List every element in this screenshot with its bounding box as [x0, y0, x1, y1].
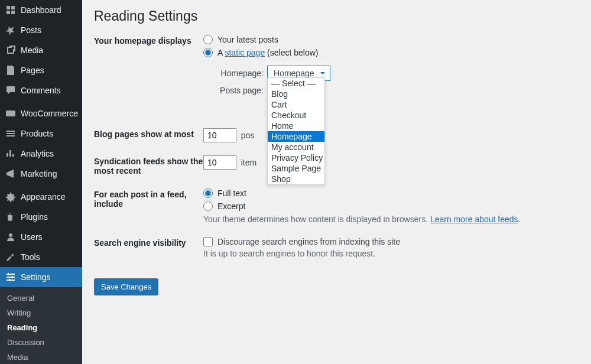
svg-rect-5 — [8, 273, 9, 275]
sidebar-item-marketing[interactable]: Marketing — [0, 164, 82, 184]
full-text-label: Full text — [217, 188, 246, 198]
static-page-link[interactable]: static page — [225, 48, 265, 57]
sidebar-item-label: Comments — [21, 86, 61, 95]
syndication-unit: item — [241, 158, 256, 167]
media-icon — [5, 44, 17, 56]
sidebar-item-label: Products — [21, 129, 53, 138]
dropdown-option[interactable]: Home — [268, 121, 324, 131]
homepage-displays-label: Your homepage displays — [94, 35, 203, 100]
sidebar-item-users[interactable]: Users — [0, 227, 82, 247]
woo-icon — [5, 108, 17, 119]
feed-description: Your theme determines how content is dis… — [203, 214, 579, 224]
appearance-icon — [5, 191, 17, 203]
sidebar-item-label: Analytics — [21, 149, 54, 158]
dropdown-option[interactable]: Homepage — [268, 131, 324, 142]
plugin-icon — [5, 211, 17, 223]
sidebar-item-label: Users — [21, 232, 43, 242]
submenu-item-writing[interactable]: Writing — [0, 306, 82, 320]
sidebar-item-label: Posts — [21, 25, 41, 35]
sidebar-item-comments[interactable]: Comments — [0, 80, 82, 100]
settings-icon — [5, 271, 17, 283]
sidebar-item-label: Plugins — [21, 212, 48, 222]
dropdown-option[interactable]: — Select — — [268, 78, 324, 89]
full-text-radio[interactable] — [203, 188, 213, 198]
dropdown-option[interactable]: Blog — [268, 89, 324, 99]
syndication-input[interactable] — [203, 155, 236, 170]
save-changes-button[interactable]: Save Changes — [94, 278, 158, 295]
sidebar-item-plugins[interactable]: Plugins — [0, 207, 82, 227]
dropdown-option[interactable]: Shop — [268, 174, 324, 184]
dropdown-option[interactable]: Privacy Policy — [268, 152, 324, 163]
comment-icon — [5, 84, 17, 96]
learn-more-feeds-link[interactable]: Learn more about feeds — [430, 214, 518, 224]
sidebar-item-label: Tools — [21, 252, 40, 262]
homepage-select-label: Homepage: — [216, 69, 264, 78]
svg-rect-7 — [9, 279, 10, 281]
sidebar-item-tools[interactable]: Tools — [0, 247, 82, 267]
svg-rect-6 — [12, 276, 13, 278]
static-page-label: A static page (select below) — [217, 48, 318, 57]
sidebar-item-products[interactable]: Products — [0, 124, 82, 144]
sidebar-item-dashboard[interactable]: Dashboard — [0, 0, 82, 20]
latest-posts-radio[interactable] — [203, 35, 213, 44]
sidebar-item-label: Appearance — [21, 192, 66, 202]
page-title: Reading Settings — [94, 8, 579, 24]
analytics-icon — [5, 148, 17, 160]
dropdown-option[interactable]: Checkout — [268, 110, 324, 121]
sidebar-item-appearance[interactable]: Appearance — [0, 187, 82, 207]
discourage-checkbox[interactable] — [203, 237, 213, 246]
sidebar-item-label: Dashboard — [21, 5, 61, 15]
posts-page-select-label: Posts page: — [216, 86, 264, 95]
dropdown-option[interactable]: Sample Page — [268, 163, 324, 174]
svg-point-1 — [9, 233, 12, 237]
sidebar-item-label: Settings — [21, 272, 51, 282]
sidebar-item-label: WooCommerce — [21, 109, 78, 118]
dashboard-icon — [5, 4, 17, 16]
discourage-label: Discourage search engines from indexing … — [217, 237, 400, 246]
tools-icon — [5, 251, 17, 263]
dropdown-option[interactable]: My account — [268, 142, 324, 152]
sidebar-item-pages[interactable]: Pages — [0, 60, 82, 80]
visibility-label: Search engine visibility — [94, 237, 203, 258]
excerpt-radio[interactable] — [203, 202, 213, 211]
products-icon — [5, 128, 17, 139]
page-icon — [5, 64, 17, 76]
main-content: Reading Settings Your homepage displays … — [82, 0, 591, 364]
svg-rect-4 — [7, 280, 15, 281]
submenu-item-discussion[interactable]: Discussion — [0, 335, 82, 350]
blog-pages-unit: pos — [241, 131, 255, 140]
settings-submenu: GeneralWritingReadingDiscussionMediaPerm… — [0, 287, 82, 364]
sidebar-item-analytics[interactable]: Analytics — [0, 144, 82, 164]
pin-icon — [5, 24, 17, 36]
svg-rect-3 — [7, 277, 15, 278]
sidebar-item-label: Media — [21, 46, 43, 55]
submenu-item-general[interactable]: General — [0, 291, 82, 306]
sidebar-item-woocommerce[interactable]: WooCommerce — [0, 103, 82, 124]
visibility-description: It is up to search engines to honor this… — [203, 249, 579, 258]
sidebar-item-label: Pages — [21, 66, 44, 75]
sidebar-item-posts[interactable]: Posts — [0, 20, 82, 40]
marketing-icon — [5, 168, 17, 180]
admin-sidebar: DashboardPostsMediaPagesCommentsWooComme… — [0, 0, 82, 364]
blog-pages-label: Blog pages show at most — [94, 128, 203, 142]
static-page-radio[interactable] — [203, 48, 213, 57]
sidebar-item-label: Marketing — [21, 169, 57, 178]
svg-rect-0 — [6, 110, 15, 116]
users-icon — [5, 231, 17, 243]
sidebar-item-media[interactable]: Media — [0, 40, 82, 60]
homepage-dropdown: — Select —BlogCartCheckoutHomeHomepageMy… — [267, 77, 325, 185]
submenu-item-media[interactable]: Media — [0, 350, 82, 364]
syndication-label: Syndication feeds show the most recent — [94, 155, 203, 176]
dropdown-option[interactable]: Cart — [268, 99, 324, 110]
excerpt-label: Excerpt — [217, 202, 245, 211]
feed-include-label: For each post in a feed, include — [94, 188, 203, 224]
blog-pages-input[interactable] — [203, 128, 236, 142]
sidebar-item-settings[interactable]: Settings — [0, 267, 82, 287]
submenu-item-reading[interactable]: Reading — [0, 320, 82, 335]
latest-posts-label: Your latest posts — [217, 35, 278, 44]
